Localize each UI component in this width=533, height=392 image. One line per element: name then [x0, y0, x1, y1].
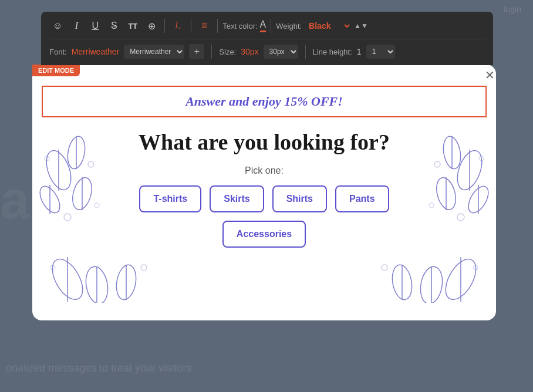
weight-select[interactable]: Black Bold Regular Light	[304, 19, 352, 32]
svg-point-16	[464, 183, 490, 216]
weight-label: Weight:	[276, 22, 302, 31]
size-select[interactable]: 30px 24px 36px	[264, 45, 298, 59]
toolbar-separator4	[271, 19, 271, 33]
option-tshirts[interactable]: T-shirts	[139, 185, 201, 212]
weight-arrow-icon: ▲▼	[354, 22, 368, 30]
toolbar-separator5	[211, 45, 212, 59]
toolbar-row1: ☺ I U S TT ⊕ I× ≡ Text color: A Weight:	[49, 18, 485, 34]
toolbar-separator6	[305, 45, 306, 59]
lineheight-select[interactable]: 1 1.2 1.5	[366, 45, 395, 59]
underline-button[interactable]: U	[87, 18, 103, 34]
size-label: Size:	[219, 48, 236, 56]
text-color-a: A	[260, 19, 266, 32]
bottom-right-decoration-icon	[367, 256, 484, 303]
link-icon: ⊕	[148, 21, 156, 32]
toolbar-separator3	[217, 19, 218, 33]
svg-point-30	[141, 265, 147, 271]
close-button[interactable]: ✕	[485, 68, 495, 82]
option-accessories[interactable]: Accessories	[222, 221, 306, 248]
highlight-text: Answer and enjoy 15% OFF!	[185, 94, 343, 109]
font-plus-button[interactable]: +	[189, 44, 204, 59]
strikethrough-button[interactable]: S	[106, 18, 122, 34]
highlight-box[interactable]: Answer and enjoy 15% OFF!	[42, 86, 487, 117]
modal: Answer and enjoy 15% OFF!	[32, 65, 496, 320]
svg-point-8	[88, 161, 94, 167]
toolbar: ☺ I U S TT ⊕ I× ≡ Text color: A Weight:	[41, 12, 493, 65]
italic-icon: I	[75, 21, 78, 31]
svg-point-4	[38, 183, 64, 216]
toolbar-separator2	[191, 19, 191, 33]
bottom-left-decoration-icon	[44, 256, 161, 303]
toolbar-separator1	[164, 19, 165, 33]
svg-point-20	[434, 161, 440, 167]
svg-point-38	[382, 265, 387, 271]
lineheight-label: Line height:	[313, 48, 352, 56]
option-pants[interactable]: Pants	[335, 185, 389, 212]
emoji-icon: ☺	[53, 21, 62, 31]
font-value: Merriweather	[72, 47, 120, 56]
toolbar-row2: Font: Merriweather Merriweather Arial Ge…	[49, 39, 485, 59]
color-a-icon: A	[260, 19, 266, 32]
svg-point-22	[457, 214, 464, 221]
left-decoration-icon	[38, 123, 109, 241]
emoji-button[interactable]: ☺	[49, 18, 66, 34]
edit-mode-badge: EDIT MODE	[32, 65, 80, 76]
svg-point-23	[429, 203, 434, 208]
bottom-decoration	[32, 256, 496, 303]
size-value: 30px	[241, 47, 258, 56]
plus-icon: +	[194, 46, 200, 57]
option-shirts[interactable]: Shirts	[272, 185, 327, 212]
underline-icon: U	[92, 21, 99, 31]
italic-x-button[interactable]: I×	[170, 18, 186, 34]
option-skirts[interactable]: Skirts	[210, 185, 264, 212]
font-select[interactable]: Merriweather Arial Georgia	[124, 45, 184, 59]
align-button[interactable]: ≡	[196, 18, 212, 34]
strikethrough-icon: S	[111, 21, 117, 31]
italic-button[interactable]: I	[68, 18, 85, 34]
lineheight-value: 1	[357, 47, 362, 56]
tt-icon: TT	[128, 22, 137, 31]
text-color-label: Text color:	[222, 22, 257, 31]
tt-button[interactable]: TT	[124, 18, 141, 34]
svg-point-10	[64, 214, 71, 221]
svg-point-11	[95, 203, 99, 208]
link-button[interactable]: ⊕	[143, 18, 160, 34]
align-icon: ≡	[201, 20, 208, 32]
italic-x-icon: I×	[175, 21, 181, 31]
right-decoration-icon	[420, 123, 490, 241]
font-label: Font:	[49, 48, 67, 56]
main-heading: What are you looking for?	[50, 129, 478, 155]
